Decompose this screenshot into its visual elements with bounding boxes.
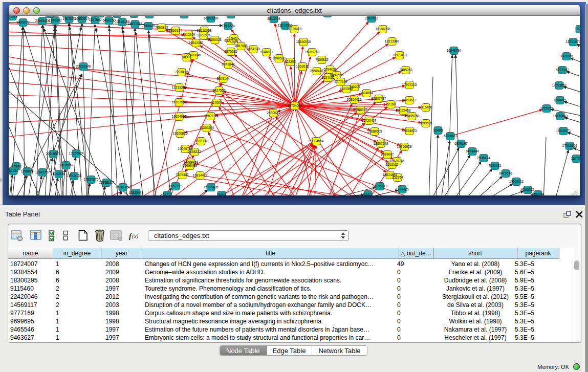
svg-text:17957275: 17957275 <box>84 178 99 181</box>
svg-text:1733426: 1733426 <box>396 187 409 191</box>
svg-text:8860124: 8860124 <box>169 29 182 32</box>
svg-text:16154808: 16154808 <box>376 27 390 31</box>
svg-text:8186328: 8186328 <box>208 38 222 41</box>
svg-text:16648784: 16648784 <box>447 49 462 52</box>
svg-text:11325419: 11325419 <box>287 27 302 31</box>
svg-text:20553: 20553 <box>9 16 17 18</box>
svg-text:546: 546 <box>231 36 237 40</box>
svg-text:2803144: 2803144 <box>216 77 230 80</box>
svg-text:14099489: 14099489 <box>183 164 198 167</box>
svg-text:2087682: 2087682 <box>365 16 378 20</box>
svg-text:2935114: 2935114 <box>477 156 490 160</box>
svg-text:15720407: 15720407 <box>362 119 377 122</box>
svg-text:1527602: 1527602 <box>89 18 102 21</box>
svg-text:16671355: 16671355 <box>128 22 143 26</box>
svg-text:435061: 435061 <box>11 164 22 168</box>
svg-text:9777169: 9777169 <box>334 80 347 83</box>
svg-text:10973493: 10973493 <box>393 53 407 57</box>
svg-text:2867608: 2867608 <box>234 44 248 48</box>
svg-text:6466160: 6466160 <box>102 18 116 22</box>
svg-text:1244415: 1244415 <box>553 98 567 102</box>
svg-text:1621022: 1621022 <box>321 76 335 79</box>
svg-text:15226058: 15226058 <box>197 29 212 32</box>
svg-text:7957224: 7957224 <box>222 24 235 28</box>
svg-text:18640910: 18640910 <box>296 40 311 43</box>
svg-text:9146821: 9146821 <box>260 50 273 54</box>
svg-text:62160: 62160 <box>386 102 396 106</box>
svg-text:117004: 117004 <box>211 101 222 104</box>
svg-text:(x): (x) <box>132 233 139 239</box>
svg-text:9857791: 9857791 <box>169 184 182 188</box>
svg-text:8427552: 8427552 <box>212 89 226 92</box>
svg-text:3824554: 3824554 <box>360 91 373 95</box>
svg-text:8912954: 8912954 <box>182 33 195 36</box>
svg-text:1156829: 1156829 <box>21 169 34 173</box>
svg-text:9227342: 9227342 <box>556 68 569 72</box>
svg-text:11923445: 11923445 <box>129 191 144 194</box>
svg-text:2530023: 2530023 <box>267 111 280 115</box>
svg-text:10120746: 10120746 <box>390 159 405 163</box>
svg-text:15692971: 15692971 <box>556 129 571 133</box>
svg-text:12942757: 12942757 <box>35 170 50 174</box>
svg-text:1063527: 1063527 <box>62 17 76 20</box>
svg-text:9115460: 9115460 <box>420 105 432 109</box>
svg-text:90975867: 90975867 <box>59 163 74 167</box>
svg-text:88212: 88212 <box>163 193 172 195</box>
svg-text:3215955: 3215955 <box>540 106 553 110</box>
svg-text:11353594: 11353594 <box>200 126 214 129</box>
svg-text:19384554: 19384554 <box>309 139 324 143</box>
svg-text:9405572: 9405572 <box>16 20 30 24</box>
svg-text:39154: 39154 <box>9 169 18 172</box>
svg-text:16782759: 16782759 <box>116 185 130 189</box>
svg-text:24504: 24504 <box>217 193 226 195</box>
svg-text:10025458: 10025458 <box>396 108 411 112</box>
svg-text:15716485: 15716485 <box>204 185 219 189</box>
svg-text:12213389: 12213389 <box>172 85 187 89</box>
svg-text:16053809: 16053809 <box>204 16 219 20</box>
svg-text:7485063: 7485063 <box>399 68 412 72</box>
svg-text:252254: 252254 <box>392 176 403 179</box>
svg-text:20691406: 20691406 <box>35 19 50 23</box>
svg-text:5938923: 5938923 <box>444 134 457 138</box>
svg-text:2718176: 2718176 <box>175 70 188 74</box>
svg-text:1362615: 1362615 <box>296 64 309 68</box>
svg-text:16107553: 16107553 <box>172 100 187 104</box>
svg-text:15751074: 15751074 <box>566 40 580 43</box>
svg-text:6879197: 6879197 <box>454 142 468 145</box>
svg-text:8454749: 8454749 <box>247 47 260 51</box>
svg-text:19756928: 19756928 <box>397 145 412 148</box>
svg-text:14136141: 14136141 <box>373 184 387 188</box>
svg-text:19654923: 19654923 <box>402 129 417 133</box>
svg-text:16543382: 16543382 <box>189 41 204 45</box>
svg-text:9474444: 9474444 <box>466 149 479 153</box>
svg-text:3267130: 3267130 <box>204 114 217 118</box>
svg-text:16405: 16405 <box>433 128 443 132</box>
svg-text:16210643: 16210643 <box>553 114 568 118</box>
svg-text:822203: 822203 <box>285 60 296 63</box>
svg-text:7955812: 7955812 <box>315 58 329 61</box>
svg-text:16961758: 16961758 <box>305 50 320 54</box>
svg-text:1588520: 1588520 <box>272 56 286 60</box>
svg-text:7515526: 7515526 <box>142 24 155 28</box>
svg-text:12093852: 12093852 <box>552 83 567 87</box>
svg-text:9245652: 9245652 <box>521 188 534 191</box>
svg-text:7386372: 7386372 <box>354 108 367 112</box>
svg-text:10688609: 10688609 <box>367 129 382 133</box>
svg-text:12213987: 12213987 <box>385 39 400 43</box>
svg-text:19166825: 19166825 <box>173 132 188 135</box>
svg-text:116753: 116753 <box>571 157 580 160</box>
svg-text:9327505: 9327505 <box>197 33 210 37</box>
svg-text:17975115: 17975115 <box>402 83 417 86</box>
svg-text:19654985: 19654985 <box>172 115 187 118</box>
svg-text:1145194: 1145194 <box>53 172 66 176</box>
svg-text:8813054: 8813054 <box>267 17 280 20</box>
svg-text:3498222: 3498222 <box>188 150 201 154</box>
svg-text:9084067: 9084067 <box>381 152 394 156</box>
svg-text:1117: 1117 <box>576 27 580 31</box>
svg-text:10807487: 10807487 <box>372 97 386 100</box>
svg-text:10853267: 10853267 <box>75 17 90 20</box>
svg-text:9699695: 9699695 <box>419 121 432 125</box>
svg-text:18807249: 18807249 <box>374 142 388 145</box>
svg-text:16914479: 16914479 <box>193 173 208 177</box>
svg-text:8990448: 8990448 <box>310 69 323 73</box>
